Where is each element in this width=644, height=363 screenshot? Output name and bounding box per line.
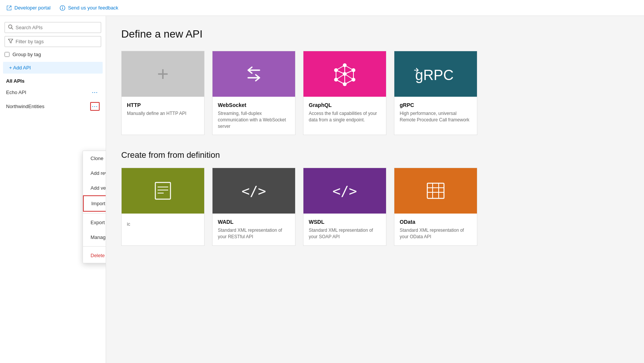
http-card-title: HTTP bbox=[127, 102, 199, 108]
clone-label: Clone bbox=[91, 156, 103, 161]
wsdl-code-icon: </> bbox=[332, 183, 357, 199]
wadl-card-icon: </> bbox=[213, 168, 295, 214]
context-menu-import[interactable]: Import bbox=[83, 195, 106, 212]
svg-text:gRPC: gRPC bbox=[415, 67, 453, 83]
from-definition-prefix: Create from bbox=[121, 150, 167, 160]
api-card-odata[interactable]: OData Standard XML representation of you… bbox=[394, 168, 477, 246]
grpc-svg: gRPC bbox=[413, 63, 458, 85]
filter-by-tags-wrapper bbox=[5, 36, 101, 47]
main-content: Define a new API + HTTP Manually define … bbox=[106, 16, 644, 363]
developer-portal-link[interactable]: Developer portal bbox=[6, 5, 50, 11]
openapi-card-icon bbox=[122, 168, 204, 214]
menu-divider-1 bbox=[83, 213, 106, 214]
svg-line-38 bbox=[336, 74, 345, 80]
api-card-http[interactable]: + HTTP Manually define an HTTP API bbox=[121, 51, 205, 135]
search-apis-input-wrapper bbox=[5, 22, 101, 33]
group-by-tag-label: Group by tag bbox=[13, 52, 41, 57]
svg-rect-2 bbox=[63, 8, 63, 9]
grpc-card-body: gRPC High performance, universal Remote … bbox=[394, 97, 477, 129]
api-card-websocket[interactable]: WebSocket Streaming, full-duplex communi… bbox=[212, 51, 295, 135]
context-menu-delete[interactable]: Delete bbox=[83, 248, 106, 263]
northwind-name: NorthwindEntities bbox=[6, 104, 90, 109]
odata-card-desc: Standard XML representation of your ODat… bbox=[400, 227, 472, 240]
graphql-card-body: GraphQL Access the full capabilities of … bbox=[303, 97, 386, 129]
grpc-card-desc: High performance, universal Remote Proce… bbox=[400, 110, 472, 123]
svg-point-1 bbox=[62, 6, 63, 7]
feedback-link[interactable]: Send us your feedback bbox=[59, 5, 118, 11]
from-definition-title: Create from from definition bbox=[121, 150, 629, 160]
api-card-grpc[interactable]: gRPC gRPC High performance, universal Re… bbox=[394, 51, 477, 135]
grpc-card-title: gRPC bbox=[400, 102, 472, 108]
svg-line-35 bbox=[345, 70, 353, 74]
export-label: Export bbox=[91, 220, 105, 225]
wsdl-card-title: WSDL bbox=[309, 219, 381, 225]
api-card-wadl[interactable]: </> WADL Standard XML representation of … bbox=[212, 168, 295, 246]
graphql-card-desc: Access the full capabilities of your dat… bbox=[309, 110, 381, 123]
echo-api-name: Echo API bbox=[6, 90, 90, 95]
api-card-openapi[interactable]: ic bbox=[121, 168, 205, 246]
feedback-label: Send us your feedback bbox=[68, 5, 118, 11]
svg-rect-45 bbox=[427, 183, 444, 198]
wadl-card-title: WADL bbox=[218, 219, 290, 225]
svg-line-31 bbox=[336, 80, 345, 84]
add-version-label: Add version bbox=[91, 185, 106, 191]
odata-card-icon bbox=[394, 168, 477, 214]
svg-line-39 bbox=[336, 70, 345, 74]
wadl-code-icon: </> bbox=[241, 183, 266, 199]
power-connector-label: Manage Power Connector bbox=[91, 234, 106, 240]
all-apis-label: All APIs bbox=[0, 75, 106, 85]
http-card-body: HTTP Manually define an HTTP API bbox=[122, 97, 204, 122]
grpc-card-icon: gRPC bbox=[394, 51, 477, 97]
svg-rect-41 bbox=[155, 182, 170, 199]
api-cards-row1: + HTTP Manually define an HTTP API WebSo… bbox=[121, 51, 629, 135]
api-card-graphql[interactable]: GraphQL Access the full capabilities of … bbox=[303, 51, 386, 135]
feedback-icon bbox=[59, 5, 66, 11]
api-card-wsdl[interactable]: </> WSDL Standard XML representation of … bbox=[303, 168, 386, 246]
openapi-card-desc: ic bbox=[127, 221, 199, 228]
group-by-tag-row: Group by tag bbox=[0, 49, 106, 60]
openapi-card-body: ic bbox=[122, 214, 204, 233]
add-revision-label: Add revision bbox=[91, 170, 106, 176]
websocket-card-body: WebSocket Streaming, full-duplex communi… bbox=[213, 97, 295, 135]
northwind-options-button[interactable]: ⋯ bbox=[90, 102, 100, 111]
http-card-desc: Manually define an HTTP API bbox=[127, 110, 199, 117]
topbar: Developer portal Send us your feedback bbox=[0, 0, 644, 16]
svg-line-28 bbox=[345, 65, 353, 70]
context-menu-export[interactable]: Export bbox=[83, 215, 106, 230]
sidebar-item-northwind[interactable]: NorthwindEntities ⋯ bbox=[0, 99, 106, 113]
context-menu-add-version[interactable]: Add version bbox=[83, 181, 106, 195]
context-menu-add-revision[interactable]: Add revision bbox=[83, 166, 106, 181]
external-link-icon bbox=[6, 5, 12, 11]
svg-line-30 bbox=[345, 80, 353, 84]
context-menu-clone[interactable]: Clone bbox=[83, 151, 106, 166]
from-definition-suffix: from definition bbox=[167, 150, 220, 160]
svg-marker-5 bbox=[8, 39, 13, 43]
websocket-card-desc: Streaming, full-duplex communication wit… bbox=[218, 110, 290, 129]
menu-divider-2 bbox=[83, 246, 106, 247]
wsdl-card-icon: </> bbox=[303, 168, 386, 214]
search-apis-input[interactable] bbox=[16, 25, 98, 30]
group-by-tag-checkbox[interactable] bbox=[5, 52, 9, 57]
odata-card-title: OData bbox=[400, 219, 472, 225]
context-menu-power-connector[interactable]: Manage Power Connector bbox=[83, 230, 106, 245]
graphql-svg bbox=[331, 61, 358, 87]
wsdl-card-body: WSDL Standard XML representation of your… bbox=[303, 214, 386, 245]
import-label: Import bbox=[91, 201, 105, 206]
search-icon bbox=[8, 24, 13, 31]
plus-icon: + bbox=[157, 64, 169, 84]
graphql-card-title: GraphQL bbox=[309, 102, 381, 108]
wsdl-card-desc: Standard XML representation of your SOAP… bbox=[309, 227, 381, 240]
filter-by-tags-input[interactable] bbox=[16, 39, 98, 44]
graphql-card-icon bbox=[303, 51, 386, 97]
openapi-svg bbox=[152, 179, 174, 202]
sidebar-item-echo-api[interactable]: Echo API ⋯ bbox=[0, 85, 106, 99]
api-cards-row2: ic </> WADL Standard XML representation … bbox=[121, 168, 629, 246]
echo-api-options-button[interactable]: ⋯ bbox=[90, 88, 100, 97]
websocket-arrows-svg bbox=[239, 63, 269, 85]
delete-label: Delete bbox=[91, 253, 105, 258]
websocket-card-title: WebSocket bbox=[218, 102, 290, 108]
svg-line-4 bbox=[12, 28, 13, 30]
http-card-icon: + bbox=[122, 51, 204, 97]
add-api-button[interactable]: + Add API bbox=[3, 62, 103, 74]
developer-portal-label: Developer portal bbox=[14, 5, 50, 11]
